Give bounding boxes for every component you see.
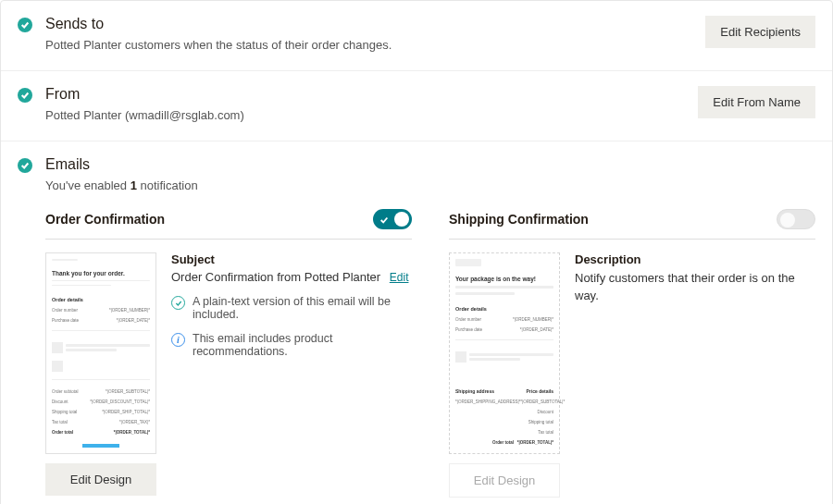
- section-subtext: You've enabled 1 notification: [45, 178, 815, 192]
- section-sends-to: Sends to Potted Planter customers when t…: [1, 1, 832, 71]
- toggle-order-confirmation[interactable]: [373, 209, 412, 229]
- section-subtext: Potted Planter customers when the status…: [45, 38, 694, 52]
- note-plaintext: A plain-text version of this email will …: [171, 295, 412, 321]
- section-title: Emails: [45, 156, 815, 173]
- email-thumbnail: Your package is on the way! Order detail…: [449, 252, 560, 454]
- toggle-shipping-confirmation[interactable]: [777, 209, 815, 229]
- enabled-count: 1: [131, 178, 137, 192]
- description-label: Description: [575, 252, 815, 266]
- note-recommendations: i This email includes product recommenda…: [171, 332, 412, 358]
- note-text: This email includes product recommendati…: [193, 332, 412, 358]
- section-title: From: [45, 86, 687, 103]
- subject-label: Subject: [171, 252, 412, 266]
- section-body: Emails You've enabled 1 notification: [45, 156, 815, 192]
- note-text: A plain-text version of this email will …: [193, 295, 412, 321]
- emails-grid: Order Confirmation Thank you for your or…: [1, 198, 832, 504]
- info-icon: i: [171, 333, 185, 347]
- enabled-post: notification: [137, 178, 198, 192]
- card-header: Shipping Confirmation: [449, 209, 815, 240]
- email-card-order-confirmation: Order Confirmation Thank you for your or…: [45, 209, 412, 498]
- description-value: Notify customers that their order is on …: [575, 270, 815, 305]
- card-meta: Description Notify customers that their …: [575, 252, 815, 454]
- check-icon: [18, 158, 32, 173]
- card-title: Shipping Confirmation: [449, 212, 589, 227]
- card-title: Order Confirmation: [45, 212, 165, 227]
- email-thumbnail: Thank you for your order. Order details …: [45, 252, 156, 454]
- edit-from-name-button[interactable]: Edit From Name: [698, 86, 815, 118]
- card-header: Order Confirmation: [45, 209, 412, 240]
- card-body: Your package is on the way! Order detail…: [449, 252, 815, 454]
- toggle-knob: [394, 212, 409, 227]
- edit-recipients-button[interactable]: Edit Recipients: [705, 16, 815, 48]
- card-body: Thank you for your order. Order details …: [45, 252, 412, 454]
- check-icon: [18, 88, 32, 103]
- settings-panel: Sends to Potted Planter customers when t…: [0, 0, 833, 504]
- section-body: From Potted Planter (wmadill@rsglab.com): [45, 86, 687, 122]
- thumb-headline: Your package is on the way!: [455, 276, 553, 282]
- card-meta: Subject Order Confirmation from Potted P…: [171, 252, 412, 454]
- edit-subject-link[interactable]: Edit: [390, 271, 409, 284]
- section-body: Sends to Potted Planter customers when t…: [45, 16, 694, 52]
- enabled-pre: You've enabled: [45, 178, 131, 192]
- section-from: From Potted Planter (wmadill@rsglab.com)…: [1, 71, 832, 141]
- edit-design-button[interactable]: Edit Design: [45, 463, 156, 496]
- section-emails: Emails You've enabled 1 notification: [1, 141, 832, 198]
- section-title: Sends to: [45, 16, 694, 32]
- subject-value: Order Confirmation from Potted Planter: [171, 270, 380, 284]
- check-circle-icon: [171, 296, 185, 310]
- email-card-shipping-confirmation: Shipping Confirmation Your package is on…: [449, 209, 815, 498]
- toggle-knob: [780, 213, 795, 227]
- thumb-headline: Thank you for your order.: [52, 270, 150, 277]
- check-icon: [18, 18, 32, 32]
- section-subtext: Potted Planter (wmadill@rsglab.com): [45, 108, 687, 122]
- edit-design-button-disabled: Edit Design: [449, 463, 560, 498]
